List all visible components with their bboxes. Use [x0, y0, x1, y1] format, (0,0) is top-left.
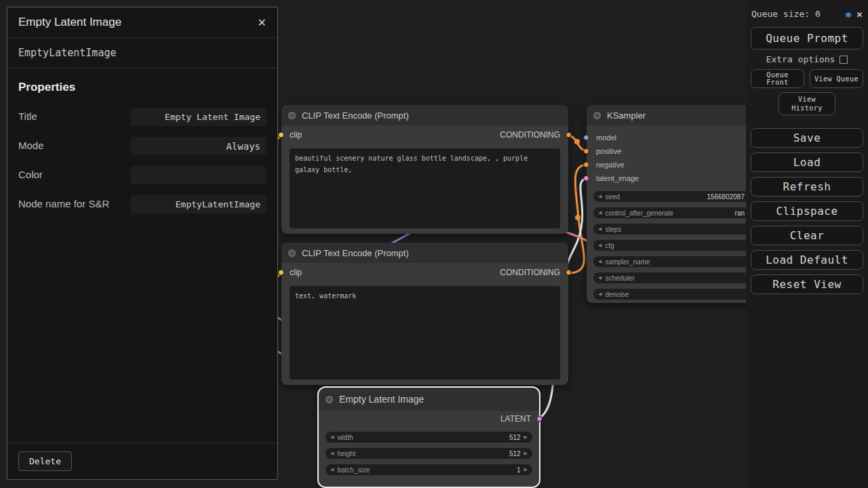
clipspace-button[interactable]: Clipspace	[751, 201, 863, 221]
conditioning-output-port[interactable]	[566, 270, 572, 276]
dialog-title: Empty Latent Image	[18, 16, 121, 29]
model-input-port[interactable]	[583, 135, 589, 141]
conditioning-output-port[interactable]	[566, 132, 572, 138]
widget-cfg[interactable]: ◀ cfg	[593, 240, 749, 251]
latent-output-port[interactable]	[536, 416, 542, 422]
node-collapse-dot-icon[interactable]	[326, 396, 333, 403]
widget-label: sampler_name	[605, 258, 650, 266]
node-title-bar[interactable]: CLIP Text Encode (Prompt)	[281, 105, 568, 125]
reset-view-button[interactable]: Reset View	[751, 274, 863, 294]
properties-section-title: Properties	[18, 81, 267, 94]
field-row-mode: Mode Always	[18, 137, 267, 155]
increment-arrow-icon[interactable]: ▶	[524, 451, 528, 456]
widget-height[interactable]: ◀ height 512 ▶	[326, 448, 532, 459]
color-field[interactable]	[131, 166, 267, 184]
title-field[interactable]: Empty Latent Image	[131, 108, 267, 126]
decrement-arrow-icon[interactable]: ◀	[598, 210, 601, 216]
node-clip-text-encode-positive[interactable]: CLIP Text Encode (Prompt) clip CONDITION…	[281, 105, 568, 234]
clip-input-label: clip	[290, 268, 302, 277]
latent-output-label: LATENT	[500, 414, 531, 424]
dialog-close-icon[interactable]: ✕	[258, 16, 267, 29]
settings-gear-icon[interactable]: ❋	[845, 7, 852, 20]
widget-batch-size[interactable]: ◀ batch_size 1 ▶	[326, 464, 532, 475]
field-row-node-name-snr: Node name for S&R EmptyLatentImage	[18, 195, 267, 214]
node-clip-text-encode-negative[interactable]: CLIP Text Encode (Prompt) clip CONDITION…	[281, 243, 568, 385]
input-row-negative: negative	[587, 158, 756, 171]
widget-steps[interactable]: ◀ steps	[593, 224, 749, 235]
node-title-bar[interactable]: KSampler	[587, 105, 756, 125]
widget-label: scheduler	[605, 274, 634, 282]
node-title-bar[interactable]: Empty Latent Image	[319, 388, 539, 411]
load-default-button[interactable]: Load Default	[751, 250, 863, 270]
field-row-title: Title Empty Latent Image	[18, 108, 267, 126]
node-ksampler[interactable]: KSampler model positive negative latent_…	[587, 105, 756, 303]
widget-value: 512	[509, 450, 521, 458]
clip-input-port[interactable]	[278, 132, 284, 138]
widget-denoise[interactable]: ◀ denoise	[593, 289, 749, 300]
io-row: clip CONDITIONING	[281, 263, 568, 282]
refresh-button[interactable]: Refresh	[751, 177, 863, 197]
negative-input-port[interactable]	[583, 162, 589, 168]
widget-label: control_after_generate	[605, 209, 673, 217]
queue-prompt-button[interactable]: Queue Prompt	[751, 27, 863, 49]
node-collapse-dot-icon[interactable]	[288, 249, 296, 257]
load-button[interactable]: Load	[751, 152, 863, 172]
field-label: Title	[18, 110, 37, 123]
widget-label: denoise	[605, 291, 629, 298]
decrement-arrow-icon[interactable]: ◀	[598, 243, 601, 248]
field-label: Mode	[18, 139, 44, 152]
view-history-button[interactable]: View History	[778, 92, 835, 115]
node-name-snr-field[interactable]: EmptyLatentImage	[131, 195, 267, 214]
positive-prompt-textarea[interactable]: beautiful scenery nature glass bottle la…	[290, 148, 560, 228]
save-button[interactable]: Save	[751, 128, 863, 148]
model-input-label: model	[596, 134, 616, 142]
conditioning-output-label: CONDITIONING	[500, 268, 560, 277]
latent-image-input-port[interactable]	[583, 176, 589, 182]
queue-front-button[interactable]: Queue Front	[751, 69, 804, 88]
ksampler-inputs: model positive negative latent_image	[587, 125, 756, 185]
clear-button[interactable]: Clear	[751, 226, 863, 245]
conditioning-output-label: CONDITIONING	[500, 130, 560, 140]
comfy-menu-panel: Queue size: 0 ❋ ✕ Queue Prompt Extra opt…	[746, 0, 868, 488]
mode-field[interactable]: Always	[131, 137, 267, 155]
widget-control-after-generate[interactable]: ◀ control_after_generate ran	[593, 207, 749, 218]
widget-seed[interactable]: ◀ seed 1566802087	[593, 191, 749, 202]
input-row-model: model	[587, 131, 756, 144]
dialog-header: Empty Latent Image ✕	[7, 7, 277, 38]
negative-prompt-textarea[interactable]: text, watermark	[290, 286, 560, 380]
widget-width[interactable]: ◀ width 512 ▶	[326, 432, 532, 443]
node-empty-latent-image[interactable]: Empty Latent Image LATENT ◀ width 512 ▶ …	[319, 388, 539, 487]
decrement-arrow-icon[interactable]: ◀	[598, 275, 601, 281]
dialog-footer: Delete	[7, 443, 277, 479]
link-dot-1	[574, 139, 580, 144]
view-history-row: View History	[751, 92, 863, 115]
positive-input-port[interactable]	[583, 148, 589, 155]
decrement-arrow-icon[interactable]: ◀	[330, 467, 334, 472]
increment-arrow-icon[interactable]: ▶	[524, 467, 528, 472]
view-queue-button[interactable]: View Queue	[810, 69, 863, 88]
increment-arrow-icon[interactable]: ▶	[524, 434, 528, 440]
input-row-latent-image: latent_image	[587, 171, 756, 185]
node-collapse-dot-icon[interactable]	[288, 112, 296, 119]
decrement-arrow-icon[interactable]: ◀	[330, 451, 334, 456]
widget-value: ran	[735, 209, 745, 217]
decrement-arrow-icon[interactable]: ◀	[598, 259, 601, 264]
decrement-arrow-icon[interactable]: ◀	[330, 434, 334, 440]
menu-close-icon[interactable]: ✕	[856, 8, 863, 20]
field-row-color: Color	[18, 166, 267, 184]
widget-label: batch_size	[337, 466, 370, 474]
widget-sampler-name[interactable]: ◀ sampler_name	[593, 256, 749, 267]
node-title-bar[interactable]: CLIP Text Encode (Prompt)	[281, 243, 568, 263]
delete-button[interactable]: Delete	[18, 451, 72, 471]
clip-input-label: clip	[290, 130, 302, 140]
negative-input-label: negative	[596, 161, 625, 169]
decrement-arrow-icon[interactable]: ◀	[598, 194, 601, 199]
decrement-arrow-icon[interactable]: ◀	[598, 291, 601, 297]
node-collapse-dot-icon[interactable]	[593, 112, 601, 119]
ksampler-widgets: ◀ seed 1566802087 ◀ control_after_genera…	[587, 185, 756, 300]
decrement-arrow-icon[interactable]: ◀	[598, 226, 601, 232]
widget-scheduler[interactable]: ◀ scheduler	[593, 272, 749, 283]
extra-options-checkbox[interactable]	[840, 56, 848, 64]
node-title: CLIP Text Encode (Prompt)	[302, 110, 409, 121]
clip-input-port[interactable]	[278, 270, 284, 276]
